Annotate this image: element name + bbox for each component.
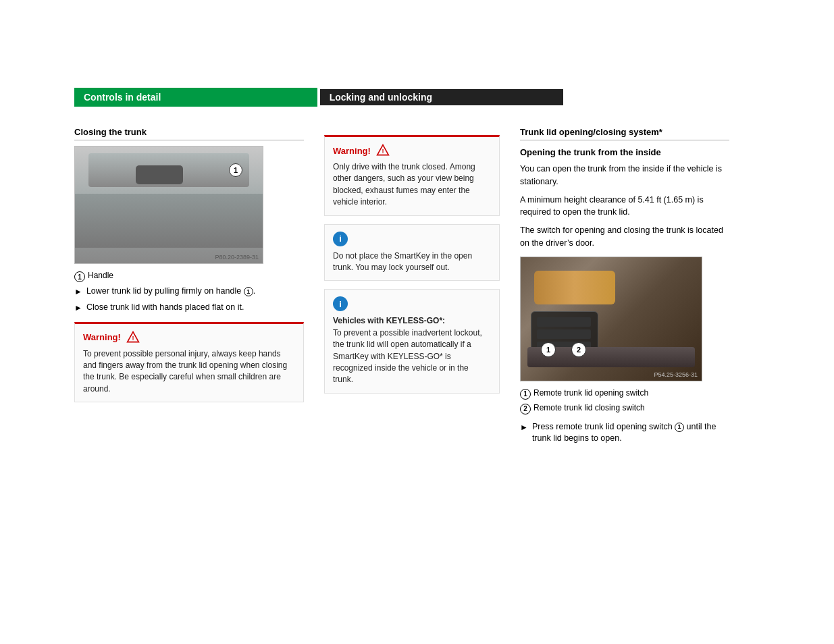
col-left: Closing the trunk 1 P80.20-2389-31 1 Han… [74, 127, 304, 449]
warning-label-left: Warning! [83, 332, 121, 342]
subsection-label: Locking and unlocking [330, 92, 432, 103]
inline-circle-1: 1 [244, 287, 253, 296]
bullet-text-1: Lower trunk lid by pulling firmly on han… [86, 286, 255, 298]
info-icon-2: i [333, 296, 348, 311]
info-text-2: Vehicles with KEYLESS-GO*: To prevent a … [333, 315, 491, 385]
svg-text:!: ! [382, 148, 384, 155]
door-caption-1: 1 Remote trunk lid opening switch [520, 388, 729, 400]
warning-title-mid: Warning! ! [333, 144, 491, 157]
door-image: 1 2 P54.25-3256-31 [520, 257, 702, 381]
keyless-title: Vehicles with KEYLESS-GO*: [333, 316, 445, 325]
info-icon-1: i [333, 232, 348, 246]
warning-triangle-icon-mid: ! [376, 144, 390, 157]
switch-btn-2 [537, 329, 591, 339]
wood-trim [534, 271, 615, 304]
info-box-2: i Vehicles with KEYLESS-GO*: To prevent … [324, 289, 500, 393]
header-green-bar: Controls in detail [74, 88, 317, 107]
right-section-title: Trunk lid opening/closing system* [520, 127, 729, 140]
right-para1: You can open the trunk from the inside i… [520, 163, 729, 188]
warning-triangle-icon-left: ! [126, 331, 140, 344]
bullet-row-1: ► Lower trunk lid by pulling firmly on h… [74, 286, 304, 298]
trunk-lock-mechanism [136, 165, 183, 184]
switch-btn-1 [537, 317, 591, 327]
bullet-row-2: ► Close trunk lid with hands placed flat… [74, 302, 304, 314]
handle-caption: 1 Handle [74, 271, 304, 282]
right-bullet-row: ► Press remote trunk lid opening switch … [520, 421, 729, 445]
right-arrow-icon: ► [520, 422, 528, 433]
header-locking: Locking and unlocking [320, 89, 563, 105]
door-caption-text-2: Remote trunk lid closing switch [533, 403, 645, 412]
warning-text-left: To prevent possible personal injury, alw… [83, 348, 295, 396]
handle-circle-num: 1 [74, 271, 85, 282]
col-right: Trunk lid opening/closing system* Openin… [520, 127, 729, 449]
warning-box-mid: Warning! ! Only drive with the trunk clo… [324, 135, 500, 216]
closing-trunk-title: Closing the trunk [74, 127, 304, 140]
door-photo-label: P54.25-3256-31 [654, 371, 698, 378]
keyless-text: To prevent a possible inadvertent lockou… [333, 328, 482, 385]
warning-title-left: Warning! ! [83, 331, 295, 344]
content-area: Closing the trunk 1 P80.20-2389-31 1 Han… [0, 127, 834, 449]
door-caption-circle-1: 1 [520, 389, 531, 400]
door-caption-2: 2 Remote trunk lid closing switch [520, 403, 729, 414]
page-container: Controls in detail Locking and unlocking… [0, 88, 834, 644]
door-caption-circle-2: 2 [520, 404, 531, 414]
right-para2: A minimum height clearance of 5.41 ft (1… [520, 194, 729, 219]
info-box-1: i Do not place the SmartKey in the open … [324, 224, 500, 281]
door-caption-text-1: Remote trunk lid opening switch [533, 388, 648, 398]
right-bullet-text: Press remote trunk lid opening switch 1 … [532, 421, 729, 445]
trunk-handle-number: 1 [229, 163, 242, 177]
header-section: Controls in detail Locking and unlocking [74, 88, 834, 107]
trunk-interior [75, 194, 263, 248]
trunk-photo-label: P80.20-2389-31 [215, 254, 259, 261]
warning-text-mid: Only drive with the trunk closed. Among … [333, 161, 491, 209]
door-circle-1: 1 [541, 342, 556, 357]
col-mid: Warning! ! Only drive with the trunk clo… [324, 127, 500, 449]
section-label: Controls in detail [84, 92, 161, 103]
right-para3: The switch for opening and closing the t… [520, 224, 729, 250]
warning-label-mid: Warning! [333, 146, 371, 156]
arrow-icon-2: ► [74, 302, 82, 314]
svg-text:!: ! [132, 335, 134, 342]
door-circle-2: 2 [571, 342, 586, 357]
handle-text: Handle [88, 271, 113, 280]
bullet-text-2: Close trunk lid with hands placed flat o… [86, 302, 244, 314]
right-subsection-title: Opening the trunk from the inside [520, 147, 729, 157]
arrow-icon-1: ► [74, 286, 82, 298]
inline-circle-right: 1 [675, 423, 684, 432]
warning-box-left: Warning! ! To prevent possible personal … [74, 322, 304, 403]
info-text-1: Do not place the SmartKey in the open tr… [333, 250, 491, 274]
trunk-image: 1 P80.20-2389-31 [74, 146, 263, 264]
